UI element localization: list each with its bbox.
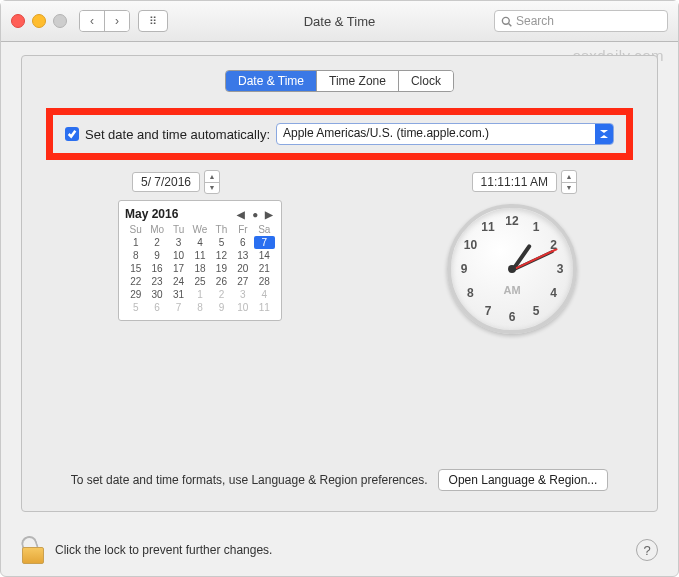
calendar-day[interactable]: 15 <box>125 262 146 275</box>
calendar-day[interactable]: 31 <box>168 288 189 301</box>
time-server-select[interactable]: Apple Americas/U.S. (time.apple.com.) <box>276 123 614 145</box>
calendar-nav[interactable]: ◀ ● ▶ <box>237 209 275 220</box>
calendar-dow: Fr <box>232 223 253 236</box>
calendar-day[interactable]: 30 <box>146 288 167 301</box>
back-icon[interactable]: ‹ <box>80 11 104 31</box>
calendar[interactable]: May 2016 ◀ ● ▶ SuMoTuWeThFrSa12345678910… <box>118 200 282 321</box>
calendar-dow: Su <box>125 223 146 236</box>
clock-ampm: AM <box>503 284 520 296</box>
calendar-day[interactable]: 21 <box>254 262 275 275</box>
calendar-day[interactable]: 11 <box>254 301 275 314</box>
svg-marker-3 <box>600 135 608 138</box>
clock-number: 9 <box>461 262 468 276</box>
chevron-down-icon <box>595 124 613 144</box>
clock-number: 10 <box>464 238 477 252</box>
svg-marker-2 <box>600 130 608 133</box>
calendar-dow: Tu <box>168 223 189 236</box>
tab-time-zone[interactable]: Time Zone <box>316 71 398 91</box>
time-field[interactable]: 11:11:11 AM ▲▼ <box>472 170 577 194</box>
clock-pin <box>508 265 516 273</box>
calendar-day[interactable]: 1 <box>189 288 210 301</box>
formats-hint: To set date and time formats, use Langua… <box>71 473 428 487</box>
calendar-day[interactable]: 18 <box>189 262 210 275</box>
highlight-box: Set date and time automatically: Apple A… <box>46 108 633 160</box>
search-icon <box>501 16 512 27</box>
footer: Click the lock to prevent further change… <box>21 536 658 564</box>
clock-number: 1 <box>533 220 540 234</box>
calendar-day[interactable]: 4 <box>254 288 275 301</box>
calendar-day[interactable]: 5 <box>211 236 232 249</box>
date-stepper[interactable]: ▲▼ <box>204 170 220 194</box>
time-server-value: Apple Americas/U.S. (time.apple.com.) <box>277 124 595 144</box>
clock-number: 6 <box>509 310 516 324</box>
calendar-day[interactable]: 4 <box>189 236 210 249</box>
lock-icon[interactable] <box>21 536 45 564</box>
search-placeholder: Search <box>516 14 554 28</box>
help-button[interactable]: ? <box>636 539 658 561</box>
calendar-day[interactable]: 10 <box>232 301 253 314</box>
date-field[interactable]: 5/ 7/2016 ▲▼ <box>132 170 220 194</box>
calendar-day[interactable]: 29 <box>125 288 146 301</box>
calendar-day[interactable]: 27 <box>232 275 253 288</box>
calendar-dow: Th <box>211 223 232 236</box>
calendar-day[interactable]: 7 <box>254 236 275 249</box>
clock-number: 8 <box>467 286 474 300</box>
calendar-day[interactable]: 20 <box>232 262 253 275</box>
titlebar: ‹ › ⠿ Date & Time Search <box>1 1 678 42</box>
prefs-window: ‹ › ⠿ Date & Time Search osxdaily.com Da… <box>0 0 679 577</box>
calendar-day[interactable]: 25 <box>189 275 210 288</box>
tab-date-time[interactable]: Date & Time <box>226 71 316 91</box>
search-input[interactable]: Search <box>494 10 668 32</box>
tab-bar: Date & Time Time Zone Clock <box>22 70 657 92</box>
nav-back-forward[interactable]: ‹ › <box>79 10 130 32</box>
open-language-region-button[interactable]: Open Language & Region... <box>438 469 609 491</box>
time-stepper[interactable]: ▲▼ <box>561 170 577 194</box>
calendar-dow: Mo <box>146 223 167 236</box>
calendar-day[interactable]: 6 <box>146 301 167 314</box>
calendar-day[interactable]: 8 <box>125 249 146 262</box>
calendar-day[interactable]: 3 <box>168 236 189 249</box>
zoom-icon <box>53 14 67 28</box>
clock-number: 12 <box>505 214 518 228</box>
calendar-day[interactable]: 13 <box>232 249 253 262</box>
clock-number: 11 <box>481 220 494 234</box>
calendar-dow: We <box>189 223 210 236</box>
calendar-day[interactable]: 26 <box>211 275 232 288</box>
calendar-day[interactable]: 2 <box>211 288 232 301</box>
clock-number: 2 <box>550 238 557 252</box>
svg-line-1 <box>509 23 512 26</box>
calendar-day[interactable]: 1 <box>125 236 146 249</box>
calendar-day[interactable]: 17 <box>168 262 189 275</box>
calendar-day[interactable]: 23 <box>146 275 167 288</box>
auto-checkbox[interactable] <box>65 127 79 141</box>
calendar-day[interactable]: 7 <box>168 301 189 314</box>
calendar-day[interactable]: 10 <box>168 249 189 262</box>
show-all-button[interactable]: ⠿ <box>138 10 168 32</box>
calendar-day[interactable]: 12 <box>211 249 232 262</box>
calendar-day[interactable]: 8 <box>189 301 210 314</box>
calendar-day[interactable]: 16 <box>146 262 167 275</box>
calendar-day[interactable]: 3 <box>232 288 253 301</box>
calendar-day[interactable]: 9 <box>211 301 232 314</box>
close-icon[interactable] <box>11 14 25 28</box>
calendar-day[interactable]: 24 <box>168 275 189 288</box>
calendar-day[interactable]: 22 <box>125 275 146 288</box>
minimize-icon[interactable] <box>32 14 46 28</box>
svg-point-0 <box>502 17 509 24</box>
auto-label: Set date and time automatically: <box>85 127 270 142</box>
tab-clock[interactable]: Clock <box>398 71 453 91</box>
date-value[interactable]: 5/ 7/2016 <box>132 172 200 192</box>
calendar-dow: Sa <box>254 223 275 236</box>
analog-clock: AM 121234567891011 <box>447 204 577 334</box>
forward-icon[interactable]: › <box>104 11 129 31</box>
calendar-day[interactable]: 19 <box>211 262 232 275</box>
calendar-day[interactable]: 2 <box>146 236 167 249</box>
time-value[interactable]: 11:11:11 AM <box>472 172 557 192</box>
calendar-day[interactable]: 9 <box>146 249 167 262</box>
calendar-day[interactable]: 11 <box>189 249 210 262</box>
calendar-day[interactable]: 14 <box>254 249 275 262</box>
clock-number: 3 <box>557 262 564 276</box>
calendar-day[interactable]: 6 <box>232 236 253 249</box>
calendar-day[interactable]: 5 <box>125 301 146 314</box>
calendar-day[interactable]: 28 <box>254 275 275 288</box>
